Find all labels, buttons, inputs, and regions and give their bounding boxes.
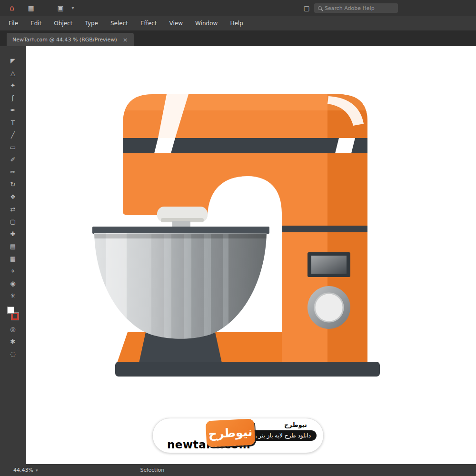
type-tool[interactable]: T	[7, 117, 19, 129]
artboard[interactable]: نیوطرح دانلود طرح لایه باز بنر و تراکت ن…	[26, 46, 476, 464]
chevron-down-icon[interactable]: ▾	[68, 3, 78, 13]
newtarh-watermark: نیوطرح دانلود طرح لایه باز بنر و تراکت ن…	[152, 418, 324, 453]
shape-builder-tool[interactable]: ✚	[7, 228, 19, 240]
line-segment-tool[interactable]: ╱	[7, 129, 19, 141]
menu-view[interactable]: View	[169, 20, 183, 27]
menu-object[interactable]: Object	[54, 20, 72, 27]
bowl-highlight	[106, 233, 127, 345]
tab-close-icon[interactable]: ×	[123, 37, 128, 43]
bowl-right-shade	[228, 234, 269, 346]
width-tool[interactable]: ⇄	[7, 203, 19, 216]
symbol-sprayer-tool[interactable]: ✳	[7, 290, 19, 302]
pencil-tool[interactable]: ✏	[7, 166, 19, 178]
document-tab-title: NewTarh.com @ 44.43 % (RGB/Preview)	[12, 37, 117, 43]
blend-tool[interactable]: ◉	[7, 278, 19, 290]
bowl-flute-2	[171, 234, 184, 346]
direct-selection-tool[interactable]: △	[7, 67, 19, 79]
mixer-display-screen	[311, 256, 347, 274]
zoom-level-select[interactable]: 44.43% ▾	[13, 467, 38, 473]
mixer-column-seam	[282, 226, 367, 232]
scale-tool[interactable]: ❖	[7, 191, 19, 203]
status-readout: Selection	[140, 467, 164, 473]
menu-file[interactable]: File	[9, 20, 18, 27]
menu-select[interactable]: Select	[110, 20, 128, 27]
menu-type[interactable]: Type	[85, 20, 98, 27]
bowl-flute-4	[211, 234, 223, 346]
menu-window[interactable]: Window	[195, 20, 218, 27]
tab-strip: NewTarh.com @ 44.43 % (RGB/Preview) ×	[0, 30, 476, 46]
zoom-tool[interactable]: ◌	[7, 348, 19, 360]
rotate-tool[interactable]: ↻	[7, 178, 19, 191]
menu-help[interactable]: Help	[230, 20, 243, 27]
title-bar: ⌂ ▦ ▣ ▾ ▢	[0, 0, 476, 16]
search-icon	[318, 6, 322, 10]
paintbrush-tool[interactable]: ✐	[7, 154, 19, 166]
status-bar: 44.43% ▾ Selection	[0, 464, 476, 476]
magic-wand-tool[interactable]: ✦	[7, 79, 19, 92]
selection-tool[interactable]: ◤	[7, 55, 19, 67]
app-grid-icon[interactable]: ▦	[26, 3, 36, 13]
home-icon[interactable]: ⌂	[7, 3, 17, 13]
free-transform-tool[interactable]: ▢	[7, 216, 19, 228]
watermark-pill: نیوطرح دانلود طرح لایه باز بنر و تراکت ن…	[152, 418, 324, 453]
fill-color-swatch[interactable]	[7, 307, 14, 314]
gradient-tool[interactable]: ▤	[7, 240, 19, 253]
stroke-color-swatch[interactable]	[11, 313, 19, 320]
bowl-rim	[92, 227, 269, 234]
mixer-base-plate	[115, 362, 380, 377]
lasso-tool[interactable]: ʃ	[7, 92, 19, 104]
watermark-brand-fa: نیوطرح	[284, 421, 307, 428]
menu-edit[interactable]: Edit	[30, 20, 41, 27]
fill-stroke-swatches[interactable]	[7, 306, 19, 320]
document-tab[interactable]: NewTarh.com @ 44.43 % (RGB/Preview) ×	[7, 33, 134, 46]
document-layout-icon[interactable]: ▢	[301, 3, 312, 13]
rectangle-tool[interactable]: ▭	[7, 141, 19, 154]
workspace-icon[interactable]: ▣	[55, 3, 66, 13]
bowl-flute-3	[191, 234, 204, 346]
menu-bar: File Edit Object Type Select Effect View…	[0, 16, 476, 30]
hand-tool[interactable]: ✱	[7, 336, 19, 348]
pen-tool[interactable]: ✒	[7, 104, 19, 117]
bowl-flute-1	[151, 234, 164, 346]
mixer-artwork[interactable]	[71, 71, 405, 405]
chevron-down-icon: ▾	[36, 468, 38, 473]
draw-mode-icon[interactable]: ◎	[7, 323, 19, 336]
eyedropper-tool[interactable]: ✧	[7, 265, 19, 278]
mesh-tool[interactable]: ▦	[7, 253, 19, 265]
mixer-knob	[315, 293, 343, 322]
menu-effect[interactable]: Effect	[140, 20, 157, 27]
mixer-illustration	[92, 90, 380, 377]
bowl-rim-shadow	[94, 234, 268, 238]
newtarh-logo: نیوطرح	[206, 418, 256, 447]
zoom-level-value: 44.43%	[13, 467, 33, 473]
tools-panel: ◤ △ ✦ ʃ ✒ T ╱ ▭ ✐ ✏ ↻ ❖ ⇄ ▢ ✚ ▤ ▦ ✧ ◉ ✳ …	[0, 46, 26, 464]
help-search[interactable]	[314, 3, 398, 13]
illustrator-window: ⌂ ▦ ▣ ▾ ▢ File Edit Object Type Select E…	[0, 0, 476, 476]
help-search-input[interactable]	[325, 5, 391, 11]
